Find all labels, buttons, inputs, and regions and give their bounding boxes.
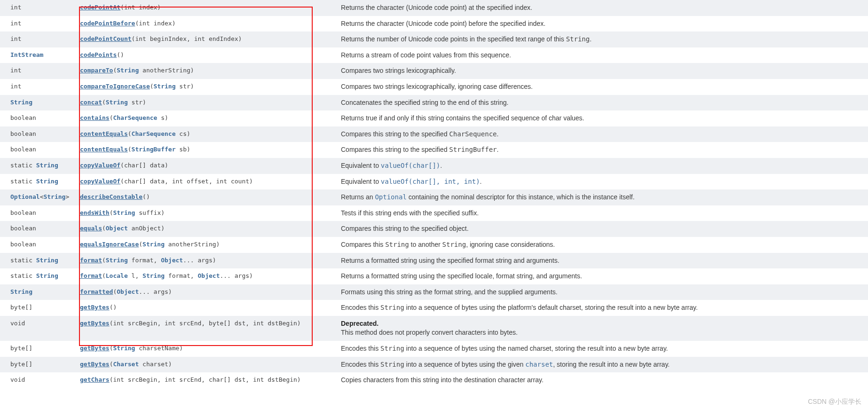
table-row: static StringcopyValueOf(char[] data)Equ… — [0, 158, 868, 174]
type-link[interactable]: Charset — [113, 361, 139, 368]
description-cell: Concatenates the specified string to the… — [336, 95, 868, 111]
method-signature-cell: getChars(int srcBegin, int srcEnd, char[… — [75, 372, 336, 388]
method-link[interactable]: format — [80, 257, 102, 264]
description-cell: Compares this string to the specified ob… — [336, 221, 868, 237]
table-row: byte[]getBytes(Charset charset)Encodes t… — [0, 357, 868, 373]
method-signature-cell: contains(CharSequence s) — [75, 110, 336, 126]
description-cell: Compares this string to the specified Ch… — [336, 126, 868, 142]
method-link[interactable]: contentEquals — [80, 130, 128, 137]
type-link[interactable]: Optional — [10, 193, 40, 200]
type-link[interactable]: String — [142, 241, 165, 248]
type-link[interactable]: String — [142, 272, 165, 279]
type-link[interactable]: String — [106, 99, 128, 106]
method-link[interactable]: getBytes — [80, 361, 110, 368]
method-signature-cell: describeConstable() — [75, 189, 336, 205]
return-type-cell: boolean — [0, 110, 75, 126]
method-signature-cell: contentEquals(CharSequence cs) — [75, 126, 336, 142]
table-row: Stringformatted(Object... args)Formats u… — [0, 284, 868, 300]
method-link[interactable]: codePointBefore — [80, 20, 135, 27]
type-link[interactable]: String — [117, 67, 139, 74]
method-link[interactable]: getChars — [80, 376, 110, 383]
type-link[interactable]: String — [36, 162, 58, 169]
type-link[interactable]: String — [10, 99, 32, 106]
description-cell: Compares two strings lexicographically, … — [336, 79, 868, 95]
method-link[interactable]: describeConstable — [80, 193, 142, 200]
type-link[interactable]: String — [113, 209, 135, 216]
method-link[interactable]: format — [80, 272, 102, 279]
return-type-cell: static String — [0, 268, 75, 284]
table-row: static StringcopyValueOf(char[] data, in… — [0, 174, 868, 190]
return-type-cell: boolean — [0, 126, 75, 142]
method-link[interactable]: compareTo — [80, 67, 113, 74]
method-signature-cell: format(Locale l, String format, Object..… — [75, 268, 336, 284]
table-row: booleancontentEquals(StringBuffer sb)Com… — [0, 142, 868, 158]
method-signature-cell: endsWith(String suffix) — [75, 205, 336, 221]
method-link[interactable]: codePointCount — [80, 35, 132, 42]
method-link[interactable]: endsWith — [80, 209, 110, 216]
method-link[interactable]: copyValueOf — [80, 162, 120, 169]
description-cell: Returns a stream of code point values fr… — [336, 47, 868, 63]
method-link[interactable]: formatted — [80, 288, 113, 295]
method-signature-cell: codePointAt(int index) — [75, 0, 336, 16]
table-row: booleanequalsIgnoreCase(String anotherSt… — [0, 237, 868, 253]
description-cell: Returns the character (Unicode code poin… — [336, 0, 868, 16]
table-row: booleancontains(CharSequence s)Returns t… — [0, 110, 868, 126]
type-link[interactable]: IntStream — [10, 51, 43, 58]
type-link[interactable]: Locale — [106, 272, 128, 279]
table-row: IntStreamcodePoints()Returns a stream of… — [0, 47, 868, 63]
return-type-cell: Optional<String> — [0, 189, 75, 205]
method-link[interactable]: copyValueOf — [80, 178, 120, 185]
method-signature-cell: getBytes() — [75, 300, 336, 316]
type-link[interactable]: String — [154, 83, 176, 90]
method-link[interactable]: contains — [80, 114, 110, 121]
method-signature-cell: codePoints() — [75, 47, 336, 63]
type-link[interactable]: CharSequence — [113, 114, 157, 121]
method-link[interactable]: getBytes — [80, 320, 110, 327]
type-link[interactable]: Object — [161, 257, 183, 264]
return-type-cell: int — [0, 79, 75, 95]
method-signature-cell: compareToIgnoreCase(String str) — [75, 79, 336, 95]
method-link[interactable]: getBytes — [80, 345, 110, 352]
method-signature-cell: formatted(Object... args) — [75, 284, 336, 300]
type-link[interactable]: String — [43, 193, 65, 200]
method-signature-cell: equals(Object anObject) — [75, 221, 336, 237]
method-link[interactable]: equalsIgnoreCase — [80, 241, 139, 248]
method-link[interactable]: concat — [80, 99, 102, 106]
description-cell: Copies characters from this string into … — [336, 372, 868, 388]
description-cell: Returns the number of Unicode code point… — [336, 31, 868, 47]
ref-link[interactable]: Optional — [375, 193, 406, 201]
type-link[interactable]: StringBuffer — [132, 146, 176, 153]
return-type-cell: int — [0, 31, 75, 47]
type-link[interactable]: Object — [117, 288, 139, 295]
type-link[interactable]: String — [36, 272, 58, 279]
table-row: voidgetBytes(int srcBegin, int srcEnd, b… — [0, 316, 868, 341]
type-link[interactable]: CharSequence — [132, 130, 176, 137]
table-row: static Stringformat(String format, Objec… — [0, 253, 868, 269]
type-link[interactable]: String — [113, 345, 135, 352]
method-link[interactable]: compareToIgnoreCase — [80, 83, 150, 90]
ref-link[interactable]: charset — [525, 361, 553, 368]
ref-link[interactable]: valueOf(char[], int, int) — [381, 178, 480, 185]
type-link[interactable]: Object — [106, 225, 128, 232]
type-link[interactable]: String — [36, 178, 58, 185]
table-row: booleanequals(Object anObject)Compares t… — [0, 221, 868, 237]
method-signature-cell: codePointBefore(int index) — [75, 16, 336, 32]
table-row: booleancontentEquals(CharSequence cs)Com… — [0, 126, 868, 142]
description-cell: Encodes this String into a sequence of b… — [336, 341, 868, 357]
type-link[interactable]: String — [10, 288, 32, 295]
method-link[interactable]: codePointAt — [80, 4, 120, 11]
description-cell: Equivalent to valueOf(char[], int, int). — [336, 174, 868, 190]
method-link[interactable]: getBytes — [80, 304, 110, 311]
method-link[interactable]: contentEquals — [80, 146, 128, 153]
return-type-cell: int — [0, 63, 75, 79]
description-cell: Returns an Optional containing the nomin… — [336, 189, 868, 205]
type-link[interactable]: String — [106, 257, 128, 264]
ref-link[interactable]: valueOf(char[]) — [381, 162, 440, 169]
type-link[interactable]: Object — [198, 272, 220, 279]
method-link[interactable]: codePoints — [80, 51, 117, 58]
description-cell: Encodes this String into a sequence of b… — [336, 300, 868, 316]
table-row: intcodePointBefore(int index)Returns the… — [0, 16, 868, 32]
return-type-cell: int — [0, 0, 75, 16]
method-link[interactable]: equals — [80, 225, 102, 232]
type-link[interactable]: String — [36, 257, 58, 264]
